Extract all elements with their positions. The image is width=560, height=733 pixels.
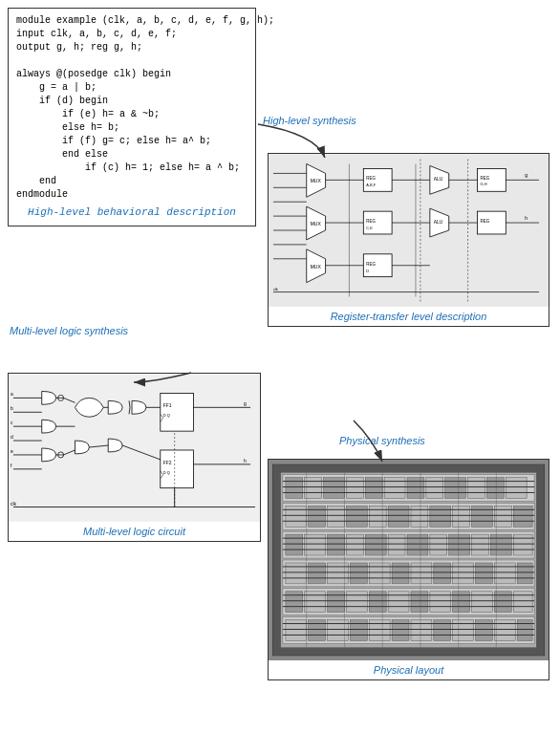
svg-rect-131: [286, 534, 303, 555]
svg-text:d: d: [11, 435, 13, 440]
svg-rect-149: [328, 563, 349, 584]
svg-text:e: e: [11, 449, 13, 454]
svg-rect-136: [388, 534, 405, 555]
high-level-synthesis-label: High-level synthesis: [263, 115, 356, 126]
svg-text:g: g: [244, 401, 247, 406]
svg-rect-110: [506, 478, 527, 499]
svg-text:MUX: MUX: [311, 222, 322, 226]
svg-rect-142: [513, 534, 532, 555]
svg-text:ALU: ALU: [434, 177, 443, 182]
svg-text:D Q: D Q: [163, 413, 170, 418]
svg-text:D Q: D Q: [163, 470, 170, 475]
svg-rect-170: [430, 592, 451, 613]
svg-rect-167: [369, 592, 386, 613]
svg-rect-141: [490, 534, 511, 555]
svg-rect-180: [309, 620, 326, 641]
svg-text:FF1: FF1: [163, 403, 172, 408]
svg-text:h: h: [525, 216, 528, 221]
svg-rect-138: [430, 534, 447, 555]
svg-rect-181: [328, 620, 349, 641]
svg-rect-97: [536, 465, 544, 656]
svg-rect-95: [273, 647, 544, 655]
svg-rect-163: [286, 592, 303, 613]
physical-synthesis-label: Physical synthesis: [339, 435, 425, 446]
behavioral-description-label: High-level behavioral description: [16, 205, 248, 220]
svg-rect-105: [407, 478, 424, 499]
svg-rect-186: [434, 620, 451, 641]
svg-rect-154: [434, 563, 451, 584]
svg-text:G,H: G,H: [480, 182, 486, 186]
rtl-circuit-svg: MUX MUX MUX REG A,B,F REG C,E REG D: [269, 154, 549, 307]
svg-text:g: g: [525, 173, 528, 178]
physical-diagram: [269, 460, 549, 660]
logic-block: a b c d e f: [8, 373, 261, 542]
svg-rect-140: [472, 534, 489, 555]
svg-text:FF2: FF2: [163, 461, 172, 465]
svg-text:REG: REG: [480, 176, 489, 181]
svg-rect-153: [411, 563, 432, 584]
svg-rect-117: [328, 506, 345, 527]
svg-rect-134: [346, 534, 363, 555]
svg-rect-182: [350, 620, 367, 641]
svg-text:clk: clk: [11, 502, 17, 507]
svg-rect-126: [513, 506, 532, 527]
svg-rect-96: [273, 465, 281, 656]
svg-rect-121: [411, 506, 428, 527]
svg-rect-185: [411, 620, 432, 641]
svg-rect-104: [384, 478, 405, 499]
svg-rect-135: [365, 534, 386, 555]
svg-rect-100: [305, 478, 322, 499]
svg-rect-151: [369, 563, 390, 584]
svg-text:MUX: MUX: [311, 265, 322, 269]
code-block: module example (clk, a, b, c, d, e, f, g…: [8, 8, 256, 226]
logic-circuit-label: Multi-level logic circuit: [9, 522, 260, 541]
svg-rect-132: [305, 534, 326, 555]
svg-rect-173: [494, 592, 511, 613]
svg-rect-120: [388, 506, 409, 527]
svg-text:REG: REG: [366, 262, 376, 267]
svg-rect-189: [494, 620, 515, 641]
svg-rect-166: [346, 592, 367, 613]
svg-rect-179: [286, 620, 307, 641]
svg-text:b: b: [11, 406, 13, 411]
svg-rect-125: [494, 506, 511, 527]
svg-rect-99: [286, 478, 303, 499]
svg-rect-137: [407, 534, 428, 555]
logic-circuit-svg: a b c d e f: [9, 374, 260, 522]
svg-rect-174: [513, 592, 532, 613]
svg-text:C,E: C,E: [366, 226, 373, 230]
rtl-diagram: MUX MUX MUX REG A,B,F REG C,E REG D: [269, 154, 549, 307]
svg-text:clk: clk: [273, 287, 278, 291]
svg-rect-183: [369, 620, 390, 641]
svg-rect-106: [426, 478, 443, 499]
svg-rect-169: [411, 592, 428, 613]
svg-rect-190: [517, 620, 532, 641]
multi-level-synthesis-label: Multi-level logic synthesis: [10, 325, 128, 336]
svg-rect-164: [305, 592, 326, 613]
svg-rect-107: [445, 478, 466, 499]
svg-rect-123: [453, 506, 470, 527]
code-text: module example (clk, a, b, c, d, e, f, g…: [16, 14, 248, 202]
svg-text:ALU: ALU: [434, 220, 443, 225]
svg-text:MUX: MUX: [311, 179, 322, 183]
svg-rect-165: [328, 592, 345, 613]
svg-rect-116: [309, 506, 326, 527]
svg-rect-133: [328, 534, 345, 555]
svg-text:REG: REG: [366, 176, 376, 181]
page-container: module example (clk, a, b, c, d, e, f, g…: [0, 0, 560, 733]
svg-rect-139: [449, 534, 470, 555]
svg-rect-109: [486, 478, 504, 499]
svg-text:D: D: [366, 269, 369, 273]
svg-rect-118: [346, 506, 367, 527]
physical-block: Physical layout: [268, 459, 549, 680]
svg-rect-152: [392, 563, 409, 584]
svg-rect-156: [476, 563, 493, 584]
svg-rect-168: [388, 592, 409, 613]
svg-rect-102: [346, 478, 363, 499]
svg-rect-147: [286, 563, 307, 584]
svg-text:REG: REG: [366, 219, 376, 224]
svg-rect-119: [369, 506, 386, 527]
rtl-block: MUX MUX MUX REG A,B,F REG C,E REG D: [268, 153, 549, 327]
svg-rect-108: [468, 478, 485, 499]
svg-rect-155: [453, 563, 474, 584]
